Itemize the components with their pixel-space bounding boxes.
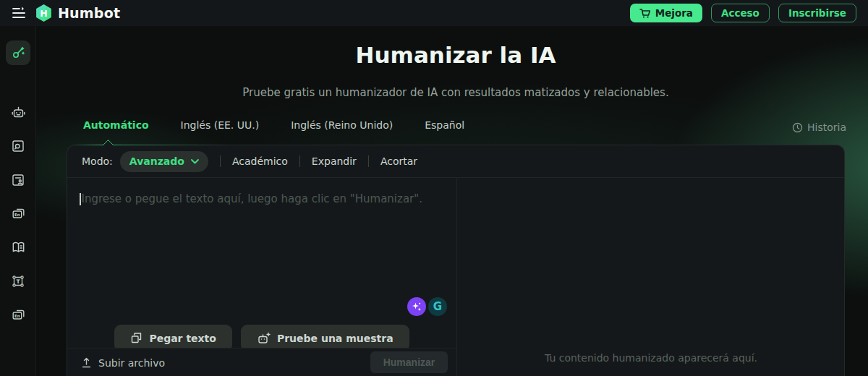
menu-arrow-icon xyxy=(12,7,26,20)
language-tabs: Automático Inglés (EE. UU.) Inglés (Rein… xyxy=(83,119,464,137)
mode-option-expandir[interactable]: Expandir xyxy=(312,155,357,167)
mode-option-academico[interactable]: Académico xyxy=(232,155,288,167)
page-subtitle: Pruebe gratis un humanizador de IA con r… xyxy=(43,86,868,99)
sidebar-item-reader[interactable] xyxy=(6,235,30,260)
humanizer-card: Modo: Avanzado Académico Expandir Acorta… xyxy=(67,145,845,376)
google-icon[interactable]: G xyxy=(428,297,447,316)
history-label: Historia xyxy=(807,121,846,133)
signup-label: Inscribirse xyxy=(788,7,846,19)
robot-icon xyxy=(11,106,26,120)
google-letter: G xyxy=(433,300,442,313)
upload-file-label: Subir archivo xyxy=(98,357,165,369)
tab-ingles-uk[interactable]: Inglés (Reino Unido) xyxy=(291,119,393,137)
tools-sidebar: En T xyxy=(0,26,36,376)
upload-file-button[interactable]: Subir archivo xyxy=(80,356,165,369)
brand-name: Humbot xyxy=(58,5,120,21)
mode-selected-value: Avanzado xyxy=(129,155,184,167)
svg-text:T: T xyxy=(16,278,20,285)
svg-text:En: En xyxy=(14,213,20,217)
sidebar-item-humanizer[interactable] xyxy=(6,40,30,65)
page-title: Humanizar la IA xyxy=(43,42,868,68)
mode-select-dropdown[interactable]: Avanzado xyxy=(120,151,208,172)
nav-actions: Mejora Acceso Inscribirse xyxy=(630,4,856,22)
try-sample-label: Pruebe una muestra xyxy=(277,333,393,344)
signup-button[interactable]: Inscribirse xyxy=(778,4,856,22)
sidebar-item-detector-report[interactable] xyxy=(6,134,30,158)
document-user-icon xyxy=(11,173,25,187)
mode-separator xyxy=(220,155,221,167)
text-frame-icon: T xyxy=(11,274,25,289)
brand-logo[interactable]: H Humbot xyxy=(35,4,120,22)
robot-plus-icon xyxy=(257,332,271,345)
document-search-icon xyxy=(11,139,25,153)
mode-separator xyxy=(299,155,300,167)
panes-divider xyxy=(456,178,457,376)
text-caret xyxy=(80,193,81,205)
mode-separator xyxy=(368,155,369,167)
tab-ingles-us[interactable]: Inglés (EE. UU.) xyxy=(181,119,260,137)
history-clock-icon xyxy=(792,122,803,133)
paste-text-label: Pegar texto xyxy=(149,333,216,344)
svg-text:En: En xyxy=(14,314,20,318)
upgrade-label: Mejora xyxy=(655,7,693,19)
provider-icons: G xyxy=(407,297,447,316)
gemini-sparkle-icon[interactable] xyxy=(407,297,426,316)
humbot-app: H Humbot Mejora Acceso Inscribirse xyxy=(0,0,868,376)
input-placeholder: Ingrese o pegue el texto aquí, luego hag… xyxy=(80,192,446,205)
svg-text:H: H xyxy=(40,8,47,19)
history-button[interactable]: Historia xyxy=(792,121,846,133)
upload-icon xyxy=(80,356,93,369)
tab-automatico[interactable]: Automático xyxy=(83,119,149,137)
wand-sparkles-icon xyxy=(11,46,25,60)
upgrade-button[interactable]: Mejora xyxy=(630,4,702,22)
sidebar-item-document-user[interactable] xyxy=(6,168,30,192)
sidebar-item-translator[interactable]: En xyxy=(6,201,30,226)
sidebar-item-translator-alt[interactable]: En xyxy=(6,302,30,327)
translate-cards-icon: En xyxy=(11,206,26,221)
translate-cards-icon: En xyxy=(11,307,26,322)
output-empty-state: Tu contenido humanizado aparecerá aquí. xyxy=(456,352,846,364)
login-button[interactable]: Acceso xyxy=(711,4,770,22)
paste-icon xyxy=(130,332,142,344)
humanize-button[interactable]: Humanizar xyxy=(370,351,448,373)
chevron-down-icon xyxy=(191,159,199,164)
editor-footer: Subir archivo Humanizar xyxy=(67,348,456,376)
sidebar-item-text-tool[interactable]: T xyxy=(6,269,30,294)
sidebar-item-ai-detector[interactable] xyxy=(6,101,30,125)
login-label: Acceso xyxy=(721,7,760,19)
mode-label: Modo: xyxy=(82,155,113,167)
mode-bar: Modo: Avanzado Académico Expandir Acorta… xyxy=(67,145,844,178)
sparkle-glyph-icon xyxy=(411,301,422,312)
open-book-icon xyxy=(11,240,26,255)
mode-option-acortar[interactable]: Acortar xyxy=(380,155,417,167)
cart-icon xyxy=(639,8,651,19)
tab-espanol[interactable]: Español xyxy=(425,119,464,137)
humbot-logo-icon: H xyxy=(35,4,53,22)
top-navbar: H Humbot Mejora Acceso Inscribirse xyxy=(0,0,868,26)
sidebar-toggle-button[interactable] xyxy=(10,4,27,22)
